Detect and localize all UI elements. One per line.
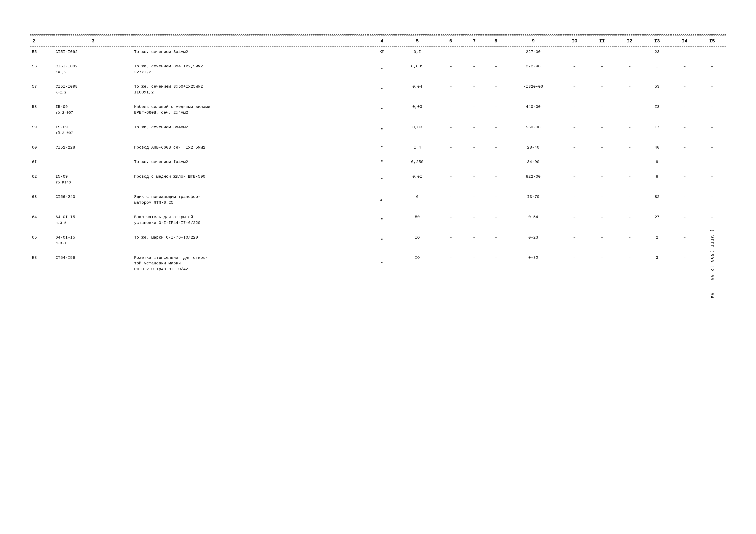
table-cell: 64-0I-I5п.3-I [54,232,132,248]
table-cell: – [616,157,643,167]
table-cell: – [671,62,698,77]
spacer-row [30,77,726,82]
table-cell: – [561,212,588,228]
table-row: 63CI56-240Ящик с понижающим трансфор-мат… [30,192,726,208]
table-cell: I7 [643,122,671,138]
table-cell: CI5I-I092 [54,47,132,57]
table-row: 57CI5I-I098K=I,2То же, сечением 3х50+Iх2… [30,82,726,97]
table-cell: I,4 [396,142,439,152]
table-cell: I5-09тб.2-007 [54,122,132,138]
table-cell: – [561,82,588,97]
table-cell: То же, сечением 3х4мм2 [132,122,368,138]
table-cell: – [616,102,643,118]
spacer-row [30,248,726,253]
table-cell: 64 [30,212,54,228]
table-cell: – [439,82,463,97]
table-cell: 59 [30,122,54,138]
table-cell: – [698,102,726,118]
table-cell: – [439,102,463,118]
table-cell: – [671,122,698,138]
table-cell: – [463,47,486,57]
table-cell: " [368,212,396,228]
table-cell: – [671,232,698,248]
table-cell: – [616,212,643,228]
spacer-row [30,57,726,62]
table-cell: – [463,62,486,77]
table-cell: – [561,172,588,188]
table-cell: То же, марки О-I-76-IO/220 [132,232,368,248]
table-cell: – [486,172,506,188]
table-row: 62I5-09тб.KI40Провод с медной жилой ШГВ-… [30,172,726,188]
table-cell: CI56-240 [54,192,132,208]
table-cell: " [368,172,396,188]
table-cell: 55 [30,47,54,57]
table-cell: – [486,82,506,97]
table-cell: 65 [30,232,54,248]
table-cell: – [698,172,726,188]
page: ( VIII )503-12.86 - 184 - 2 3 4 5 6 7 8 … [0,0,756,534]
table-cell: – [463,142,486,152]
table-cell: – [439,253,463,274]
table-cell: – [588,142,616,152]
table-cell: – [439,122,463,138]
table-cell: – [616,62,643,77]
table-cell: – [463,82,486,97]
table-cell: 58 [30,102,54,118]
table-cell: – [439,172,463,188]
table-cell: – [463,192,486,208]
table-cell: CI5I-I098K=I,2 [54,82,132,97]
table-cell: – [463,122,486,138]
spacer-row [30,187,726,192]
table-cell: – [588,232,616,248]
col-header-9: 9 [506,36,561,47]
table-cell: 0,0I [396,172,439,188]
table-cell: – [698,142,726,152]
table-cell: E3 [30,253,54,274]
table-cell: То же, сечением 3х4+Iх2,5мм2227хI,2 [132,62,368,77]
table-cell: Кабель силовой с медными жиламиВРБГ-660В… [132,102,368,118]
table-cell: – [561,122,588,138]
table-cell: – [671,102,698,118]
table-cell: Провод АПВ-660В сеч. Iх2,5мм2 [132,142,368,152]
spacer-row [30,208,726,212]
table-cell: – [561,253,588,274]
table-cell: – [561,192,588,208]
table-cell: – [588,192,616,208]
table-cell: – [698,82,726,97]
table-cell: – [616,232,643,248]
table-cell: 40 [643,142,671,152]
table-cell: 23 [643,47,671,57]
table-cell: Розетка штепсельная для откры-той устано… [132,253,368,274]
table-cell: – [463,232,486,248]
spacer-row [30,152,726,157]
table-cell: 0,03 [396,122,439,138]
table-cell: – [616,122,643,138]
table-cell: I5-09тб.2-007 [54,102,132,118]
table-cell: – [439,47,463,57]
table-cell: 0,04 [396,82,439,97]
table-cell: 227-00 [506,47,561,57]
table-cell: – [486,192,506,208]
table-cell: – [588,122,616,138]
table-cell: – [698,62,726,77]
table-cell: – [439,192,463,208]
spacer-row [30,138,726,142]
table-cell: 0,03 [396,102,439,118]
table-cell: Выключатель для открытойустановки О-I-IP… [132,212,368,228]
table-cell: " [368,62,396,77]
table-cell: – [486,232,506,248]
table-cell: – [561,47,588,57]
table-cell: Провод с медной жилой ШГВ-500 [132,172,368,188]
table-cell [54,157,132,167]
table-cell: – [463,212,486,228]
table-cell: – [561,232,588,248]
table-cell: 28-40 [506,142,561,152]
table-cell: – [588,157,616,167]
table-cell: CI52-228 [54,142,132,152]
table-cell: – [698,157,726,167]
table-cell: То же, сечением 3х4мм2 [132,47,368,57]
table-cell: 64-0I-I5п.3-5 [54,212,132,228]
table-cell: 0-23 [506,232,561,248]
table-cell: CT54-I59 [54,253,132,274]
table-cell: – [616,82,643,97]
